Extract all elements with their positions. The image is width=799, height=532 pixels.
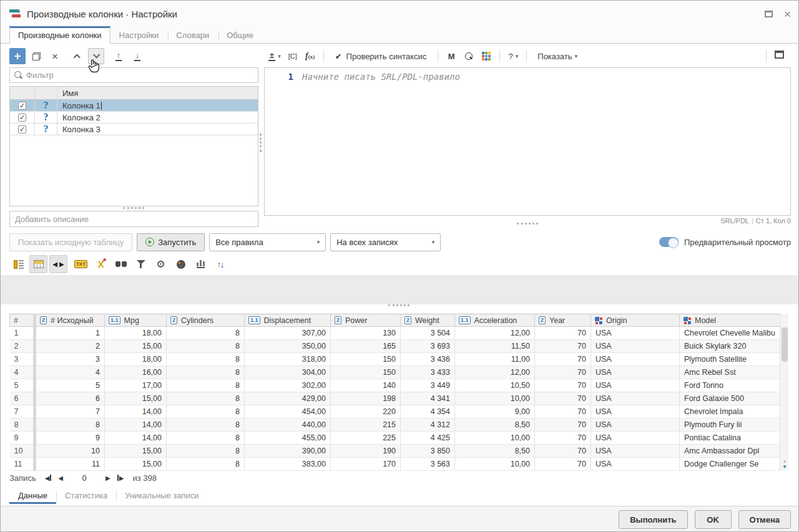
table-row[interactable]: 1118,008307,001303 50412,0070USAChevrole… <box>10 327 780 340</box>
description-input[interactable] <box>15 215 253 224</box>
column-header-mpg[interactable]: 1.1Mpg <box>105 314 167 327</box>
find-button[interactable] <box>112 255 130 273</box>
tab-derived-columns[interactable]: Производные колонки <box>9 26 110 44</box>
tab-statistics[interactable]: Статистика <box>56 488 116 504</box>
show-menu-button[interactable]: Показать▾ <box>532 48 583 64</box>
chart-button[interactable] <box>192 255 210 273</box>
vertical-scrollbar[interactable]: ▲ ▼ <box>780 314 788 471</box>
export-rules-button[interactable]: ↓ <box>129 48 145 64</box>
horizontal-resize-handle[interactable] <box>123 207 144 209</box>
ok-button[interactable]: OK <box>695 510 732 529</box>
show-source-table-button[interactable]: Показать исходную таблицу <box>9 233 132 251</box>
table-row[interactable]: 6615,008429,001984 34110,0070USAFord Gal… <box>10 392 780 405</box>
scroll-down-icon[interactable]: ▼ <box>780 464 789 470</box>
format-button[interactable] <box>172 255 190 273</box>
execute-button[interactable]: Выполнить <box>619 510 687 529</box>
filter-button[interactable] <box>132 255 150 273</box>
table-row[interactable]: 101015,008390,001903 8508,5070USAAmc Amb… <box>10 445 780 458</box>
tab-general[interactable]: Общие <box>218 27 262 43</box>
column-checkbox[interactable]: ✓ <box>18 102 26 110</box>
cell: 70 <box>535 353 591 366</box>
zoom-button[interactable] <box>461 48 477 64</box>
check-syntax-label: Проверить синтаксис <box>346 52 427 61</box>
run-button[interactable]: Запустить <box>137 233 205 251</box>
cancel-button[interactable]: Отмена <box>738 510 791 529</box>
previous-record-icon[interactable]: ◀ <box>58 475 63 481</box>
column-list-item[interactable]: ✓?Колонка 1 <box>10 100 258 112</box>
maximize-icon[interactable] <box>765 11 773 17</box>
text-export-button[interactable]: TXT <box>72 255 90 273</box>
horizontal-resize-handle[interactable] <box>517 223 538 225</box>
cell: 2 <box>35 340 105 353</box>
import-rules-button[interactable]: ↑ <box>110 48 127 64</box>
column-header-displacement[interactable]: 1.1Displacement <box>245 314 331 327</box>
fit-columns-button[interactable]: ◀▶ <box>49 255 67 273</box>
scroll-up-icon[interactable]: ▲ <box>780 458 789 464</box>
rule-editor[interactable]: 1 Начните писать SRL/PDL-правило <box>264 67 791 216</box>
column-header-year[interactable]: 2Year <box>535 314 591 327</box>
column-header-origin[interactable]: Origin <box>591 314 680 327</box>
cell: 190 <box>331 445 401 458</box>
sort-button[interactable]: ↑↓ <box>212 255 230 273</box>
column-checkbox[interactable]: ✓ <box>18 125 26 133</box>
filter-input[interactable] <box>26 70 253 80</box>
cell: 8 <box>167 445 245 458</box>
tab-dictionaries[interactable]: Словари <box>167 27 218 43</box>
column-list-item[interactable]: ✓?Колонка 2 <box>10 112 258 123</box>
highlight-settings-button[interactable] <box>478 48 494 64</box>
tab-settings[interactable]: Настройки <box>110 27 168 43</box>
add-column-button[interactable]: + <box>9 48 26 64</box>
check-syntax-button[interactable]: ✔ Проверить синтаксис <box>329 48 433 64</box>
records-select[interactable]: На всех записях ▾ <box>330 233 441 251</box>
column-ref-button[interactable]: [C] <box>285 48 301 64</box>
table-row[interactable]: 5517,008302,001403 44910,5070USAFord Tor… <box>10 379 780 392</box>
column-header-weight[interactable]: 2Weight <box>401 314 455 327</box>
last-record-icon[interactable]: ▶ <box>119 475 124 481</box>
cell: 16,00 <box>105 366 167 379</box>
column-header--[interactable]: # <box>10 314 35 327</box>
table-row[interactable]: 8814,008440,002154 3128,5070USAPlymouth … <box>10 418 780 432</box>
rules-select[interactable]: Все правила ▾ <box>209 233 326 251</box>
export-button[interactable]: X <box>92 255 110 273</box>
table-row[interactable]: 4416,008304,001503 43312,0070USAAmc Rebe… <box>10 366 780 379</box>
cell: 220 <box>331 405 401 418</box>
table-view-button[interactable] <box>29 255 47 273</box>
column-header--исходный[interactable]: 2# Исходный <box>35 314 105 327</box>
horizontal-resize-handle[interactable] <box>388 304 409 306</box>
cell: 454,00 <box>245 405 331 418</box>
column-header-cylinders[interactable]: 2Cylinders <box>167 314 245 327</box>
record-navigator: Запись ◀ ◀ 0 ▶ ▶ из 398 <box>9 473 157 483</box>
tab-unique-records[interactable]: Уникальные записи <box>116 488 207 504</box>
preview-toggle[interactable] <box>659 237 679 247</box>
expand-editor-icon[interactable] <box>775 51 784 59</box>
move-up-button[interactable] <box>69 48 86 64</box>
tab-data[interactable]: Данные <box>9 488 56 504</box>
detail-view-button[interactable] <box>9 255 27 273</box>
cell: USA <box>591 418 680 432</box>
table-row[interactable]: 3318,008318,001503 43611,0070USAPlymouth… <box>10 353 780 366</box>
current-record-value[interactable]: 0 <box>72 473 97 483</box>
duplicate-column-button[interactable] <box>28 48 44 64</box>
column-checkbox[interactable]: ✓ <box>18 114 26 122</box>
next-record-icon[interactable]: ▶ <box>105 475 110 481</box>
scrollbar-thumb[interactable] <box>782 327 788 362</box>
records-select-value: На всех записях <box>336 238 398 247</box>
memo-button[interactable]: M <box>443 48 459 64</box>
settings-button[interactable]: ⚙ <box>152 255 170 273</box>
table-row[interactable]: 2215,008350,001653 69311,5070USABuick Sk… <box>10 340 780 353</box>
column-header-model[interactable]: Model <box>680 314 780 327</box>
vertical-resize-handle[interactable] <box>260 133 262 152</box>
column-header-acceleration[interactable]: 1.1Acceleration <box>455 314 535 327</box>
delete-column-button[interactable]: × <box>47 48 63 64</box>
table-row[interactable]: 9914,008455,002254 42510,0070USAPontiac … <box>10 432 780 445</box>
cell: 11 <box>35 458 105 471</box>
function-button[interactable]: f(x) <box>302 48 318 64</box>
column-header-power[interactable]: 2Power <box>331 314 401 327</box>
close-icon[interactable]: × <box>784 11 791 17</box>
column-list-item[interactable]: ✓?Колонка 3 <box>10 123 258 135</box>
help-button[interactable]: ?▾ <box>505 48 521 64</box>
table-row[interactable]: 7714,008454,002204 3549,0070USAChevrolet… <box>10 405 780 418</box>
first-record-icon[interactable]: ◀ <box>45 475 50 481</box>
insert-sign-button[interactable]: ±▾ <box>266 48 283 64</box>
table-row[interactable]: 111115,008383,001703 56310,0070USADodge … <box>10 458 780 471</box>
